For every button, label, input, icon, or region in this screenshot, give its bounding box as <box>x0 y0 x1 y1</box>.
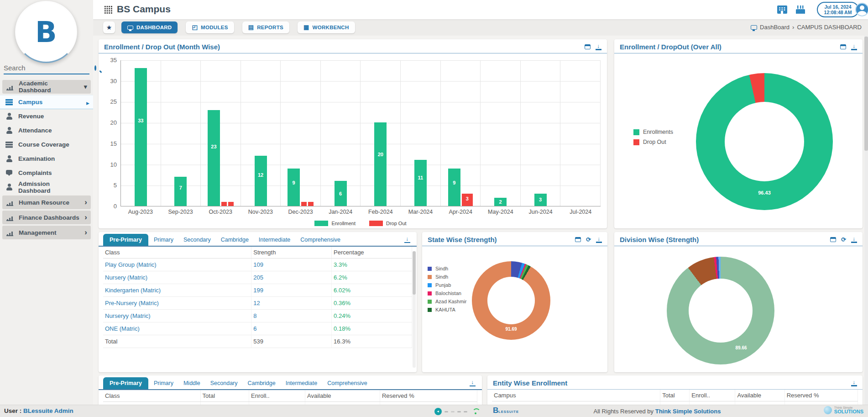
sidebar-item[interactable]: Human Resource <box>2 195 91 209</box>
class-name-cell[interactable]: Nurseryy (Matric) <box>103 310 251 322</box>
bottom-table-tab[interactable]: Middle <box>179 377 205 389</box>
x-axis-label: Sep-2023 <box>161 206 201 215</box>
legend-swatch <box>428 275 432 279</box>
bottom-table-tab[interactable]: Secondary <box>206 377 242 389</box>
legend-item[interactable]: Azad Kashmir <box>428 299 466 304</box>
class-table-tab[interactable]: Pre-Primary <box>103 234 148 246</box>
class-name-cell[interactable]: ONE (Matric) <box>103 322 251 335</box>
pager-dash-icon[interactable] <box>451 411 455 412</box>
class-name-cell[interactable]: Kindergarten (Matric) <box>103 284 251 297</box>
page-scrollbar[interactable] <box>864 36 868 405</box>
bottom-table-tab[interactable]: Pre-Primary <box>103 377 148 389</box>
sidebar-item[interactable]: Complaints <box>0 166 93 180</box>
legend-item[interactable]: Sindh <box>428 274 466 280</box>
legend-item[interactable]: Enrollment <box>314 221 356 226</box>
month-group: 9 <box>281 60 321 206</box>
download-icon[interactable] <box>596 44 601 50</box>
class-name-cell[interactable]: Nursery (Matric) <box>103 271 251 284</box>
bottom-table-tab[interactable]: Cambridge <box>243 377 280 389</box>
globe-status-icon[interactable] <box>434 408 442 415</box>
class-table: Class Strength Percentage Play Group (Ma… <box>103 247 412 348</box>
sidebar-item-label: Management <box>19 229 80 236</box>
pager-dash-icon[interactable] <box>464 411 467 412</box>
month-group: 11 <box>401 60 441 206</box>
expand-window-icon[interactable] <box>575 237 581 242</box>
card-title: State Wise (Strength) <box>428 236 575 243</box>
birthday-cake-icon[interactable] <box>796 5 805 14</box>
datetime-badge[interactable]: Jul 16, 2024 12:08:48 AM <box>817 2 859 17</box>
sidebar-item[interactable]: Attendance <box>0 123 93 137</box>
campus-building-icon[interactable] <box>777 5 787 14</box>
class-table-tab[interactable]: Intermediate <box>254 234 295 246</box>
rights-link[interactable]: Think Simple Solutions <box>655 408 721 415</box>
download-icon[interactable] <box>404 237 410 243</box>
bottom-table-tab[interactable]: Intermediate <box>281 377 322 389</box>
sidebar-item-chevron-icon <box>80 228 87 237</box>
main-tab[interactable]: REPORTS <box>242 21 289 33</box>
user-name[interactable]: BLessuite Admin <box>23 407 73 414</box>
main-tab[interactable]: WORKBENCH <box>298 21 355 33</box>
table-scrollbar[interactable] <box>413 251 416 368</box>
monitor-icon <box>751 25 757 30</box>
class-name-cell[interactable]: Play Group (Matric) <box>103 259 251 271</box>
bottom-table-tab[interactable]: Primary <box>149 377 178 389</box>
main-tab[interactable]: DASHBOARD <box>121 21 178 33</box>
expand-window-icon[interactable] <box>840 44 846 49</box>
download-icon[interactable] <box>851 44 857 50</box>
breadcrumb-root[interactable]: DashBoard <box>760 24 790 31</box>
class-table-tab[interactable]: Comprehensive <box>296 234 345 246</box>
legend-item[interactable]: KAHUTA <box>428 307 466 312</box>
sidebar-item[interactable]: Examination <box>0 152 93 166</box>
card-title: Enrollment / DropOut (Over All) <box>620 43 840 51</box>
refresh-icon[interactable] <box>841 237 846 243</box>
expand-window-icon[interactable] <box>585 44 591 49</box>
sidebar-item[interactable]: Management <box>2 226 91 239</box>
breadcrumb-separator: › <box>792 24 794 31</box>
bar-value-label: 23 <box>208 144 220 149</box>
sidebar-item[interactable]: Course Coverage <box>0 137 93 152</box>
expand-window-icon[interactable] <box>830 237 836 242</box>
sidebar-item[interactable]: Campus <box>0 95 93 109</box>
download-icon[interactable] <box>851 237 857 243</box>
favorite-star-button[interactable]: ★ <box>103 21 115 33</box>
card-division-wise: Division Wise (Strength) 89.66 <box>614 232 863 372</box>
legend-item[interactable]: Punjab <box>428 282 466 288</box>
pager-dash-icon[interactable] <box>457 411 461 412</box>
legend-item[interactable]: Sindh <box>428 266 466 271</box>
column-header: Available <box>735 390 784 401</box>
class-table-tab[interactable]: Cambridge <box>216 234 253 246</box>
percentage-cell: 3.3% <box>332 259 412 271</box>
search-input[interactable] <box>4 64 94 72</box>
bottom-table-tab[interactable]: Comprehensive <box>323 377 372 389</box>
enrollment-bar: 11 <box>414 160 427 206</box>
apps-grid-icon[interactable] <box>104 5 112 14</box>
legend-item[interactable]: Enrollments <box>633 129 673 135</box>
tab-label: REPORTS <box>257 25 283 30</box>
legend-item[interactable]: Drop Out <box>633 139 673 145</box>
x-axis-label: Nov-2023 <box>241 206 281 215</box>
sidebar-item-label: Admission Dashboard <box>18 180 82 194</box>
class-name-cell[interactable]: Pre-Nursery (Matric) <box>103 297 251 310</box>
star-icon: ★ <box>106 24 112 31</box>
sidebar-item[interactable]: Finance Dashboards <box>2 211 91 224</box>
search-icon[interactable] <box>94 65 96 71</box>
legend-item[interactable]: Drop Out <box>369 221 407 226</box>
class-table-tab[interactable]: Primary <box>149 234 178 246</box>
download-icon[interactable] <box>596 237 602 243</box>
legend-item[interactable]: Balochistan <box>428 290 466 296</box>
class-table-tab[interactable]: Secondary <box>179 234 215 246</box>
footer-rights: All Rights Reserved by Think Simple Solu… <box>557 408 758 415</box>
refresh-icon[interactable] <box>586 237 591 243</box>
sidebar-item[interactable]: Revenue <box>0 109 93 123</box>
sidebar-item-chevron-icon <box>82 98 89 106</box>
pager-dash-icon[interactable] <box>444 411 448 412</box>
sidebar-item[interactable]: Admission Dashboard <box>0 180 93 194</box>
user-avatar[interactable] <box>855 3 868 16</box>
sidebar-item[interactable]: Academic Dashboard <box>2 80 91 94</box>
download-icon[interactable] <box>851 380 857 386</box>
card-header: Division Wise (Strength) <box>614 232 863 246</box>
tab-icon <box>192 24 198 31</box>
donut-value-label: 89.66 <box>687 345 795 350</box>
main-tab[interactable]: MODULES <box>186 21 234 33</box>
download-icon[interactable] <box>470 380 476 386</box>
